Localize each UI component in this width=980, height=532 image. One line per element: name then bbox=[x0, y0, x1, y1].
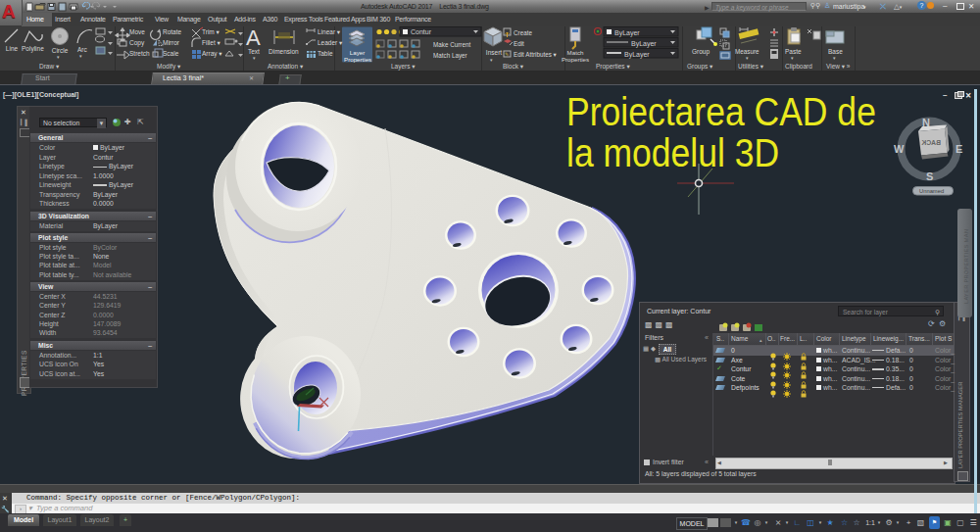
svg-text:BACK: BACK bbox=[921, 139, 941, 146]
svg-text:ByLayer: ByLayer bbox=[631, 40, 657, 48]
svg-text:Contur: Contur bbox=[411, 28, 432, 35]
svg-text:S: S bbox=[926, 170, 933, 182]
svg-text:ByLayer: ByLayer bbox=[624, 51, 650, 59]
svg-text:✎: ✎ bbox=[505, 51, 509, 57]
svg-text:A: A bbox=[246, 26, 261, 50]
svg-text:W: W bbox=[894, 143, 905, 155]
svg-text:E: E bbox=[956, 143, 962, 155]
svg-text:Unnamed: Unnamed bbox=[919, 188, 944, 194]
svg-text:ByLayer: ByLayer bbox=[614, 29, 640, 37]
